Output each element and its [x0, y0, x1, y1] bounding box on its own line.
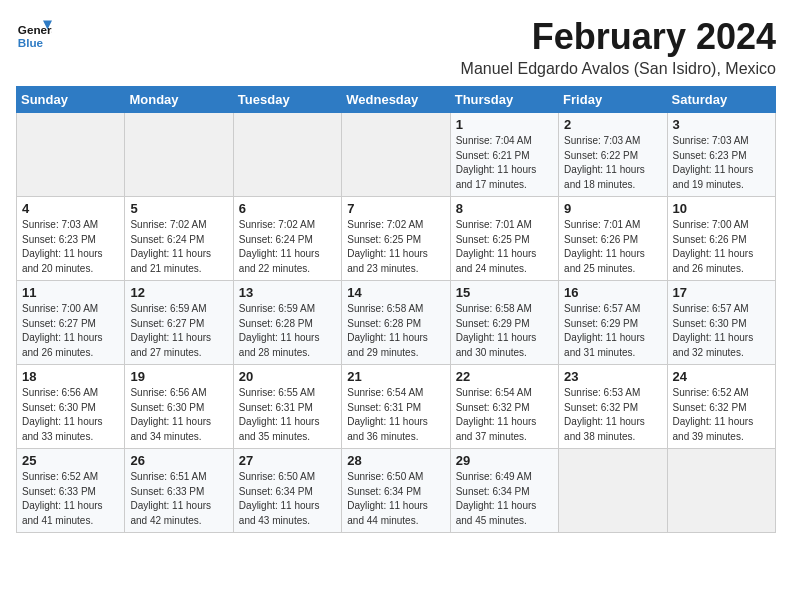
day-number: 24 [673, 369, 770, 384]
day-number: 12 [130, 285, 227, 300]
svg-text:Blue: Blue [18, 36, 44, 49]
day-number: 6 [239, 201, 336, 216]
calendar-cell: 2Sunrise: 7:03 AMSunset: 6:22 PMDaylight… [559, 113, 667, 197]
calendar-cell: 14Sunrise: 6:58 AMSunset: 6:28 PMDayligh… [342, 281, 450, 365]
day-number: 13 [239, 285, 336, 300]
day-number: 17 [673, 285, 770, 300]
calendar-header-row: SundayMondayTuesdayWednesdayThursdayFrid… [17, 87, 776, 113]
day-number: 3 [673, 117, 770, 132]
day-number: 15 [456, 285, 553, 300]
calendar-cell: 10Sunrise: 7:00 AMSunset: 6:26 PMDayligh… [667, 197, 775, 281]
day-number: 7 [347, 201, 444, 216]
day-number: 14 [347, 285, 444, 300]
calendar-cell: 9Sunrise: 7:01 AMSunset: 6:26 PMDaylight… [559, 197, 667, 281]
title-area: February 2024 Manuel Edgardo Avalos (San… [461, 16, 776, 78]
calendar-cell: 16Sunrise: 6:57 AMSunset: 6:29 PMDayligh… [559, 281, 667, 365]
day-info: Sunrise: 6:58 AMSunset: 6:28 PMDaylight:… [347, 302, 444, 360]
week-row-5: 25Sunrise: 6:52 AMSunset: 6:33 PMDayligh… [17, 449, 776, 533]
calendar-cell: 6Sunrise: 7:02 AMSunset: 6:24 PMDaylight… [233, 197, 341, 281]
day-info: Sunrise: 6:58 AMSunset: 6:29 PMDaylight:… [456, 302, 553, 360]
day-number: 21 [347, 369, 444, 384]
calendar-cell [342, 113, 450, 197]
day-info: Sunrise: 6:50 AMSunset: 6:34 PMDaylight:… [239, 470, 336, 528]
calendar-cell: 1Sunrise: 7:04 AMSunset: 6:21 PMDaylight… [450, 113, 558, 197]
day-number: 23 [564, 369, 661, 384]
logo-icon: General Blue [16, 16, 52, 52]
day-number: 4 [22, 201, 119, 216]
day-number: 1 [456, 117, 553, 132]
header-tuesday: Tuesday [233, 87, 341, 113]
header-wednesday: Wednesday [342, 87, 450, 113]
day-number: 16 [564, 285, 661, 300]
calendar-cell: 17Sunrise: 6:57 AMSunset: 6:30 PMDayligh… [667, 281, 775, 365]
calendar-cell [559, 449, 667, 533]
day-info: Sunrise: 6:56 AMSunset: 6:30 PMDaylight:… [22, 386, 119, 444]
day-info: Sunrise: 6:57 AMSunset: 6:29 PMDaylight:… [564, 302, 661, 360]
day-info: Sunrise: 6:59 AMSunset: 6:28 PMDaylight:… [239, 302, 336, 360]
day-info: Sunrise: 6:54 AMSunset: 6:31 PMDaylight:… [347, 386, 444, 444]
day-info: Sunrise: 7:00 AMSunset: 6:26 PMDaylight:… [673, 218, 770, 276]
calendar-cell [233, 113, 341, 197]
day-number: 29 [456, 453, 553, 468]
day-info: Sunrise: 7:03 AMSunset: 6:22 PMDaylight:… [564, 134, 661, 192]
day-info: Sunrise: 7:03 AMSunset: 6:23 PMDaylight:… [673, 134, 770, 192]
day-info: Sunrise: 7:01 AMSunset: 6:25 PMDaylight:… [456, 218, 553, 276]
day-number: 20 [239, 369, 336, 384]
week-row-3: 11Sunrise: 7:00 AMSunset: 6:27 PMDayligh… [17, 281, 776, 365]
calendar-cell: 21Sunrise: 6:54 AMSunset: 6:31 PMDayligh… [342, 365, 450, 449]
day-number: 25 [22, 453, 119, 468]
page-header: General Blue February 2024 Manuel Edgard… [16, 16, 776, 78]
calendar-cell: 29Sunrise: 6:49 AMSunset: 6:34 PMDayligh… [450, 449, 558, 533]
logo: General Blue [16, 16, 52, 52]
header-sunday: Sunday [17, 87, 125, 113]
day-number: 19 [130, 369, 227, 384]
day-info: Sunrise: 6:51 AMSunset: 6:33 PMDaylight:… [130, 470, 227, 528]
calendar-cell: 18Sunrise: 6:56 AMSunset: 6:30 PMDayligh… [17, 365, 125, 449]
day-info: Sunrise: 6:55 AMSunset: 6:31 PMDaylight:… [239, 386, 336, 444]
calendar-cell: 5Sunrise: 7:02 AMSunset: 6:24 PMDaylight… [125, 197, 233, 281]
day-number: 18 [22, 369, 119, 384]
calendar-cell: 3Sunrise: 7:03 AMSunset: 6:23 PMDaylight… [667, 113, 775, 197]
calendar-cell: 25Sunrise: 6:52 AMSunset: 6:33 PMDayligh… [17, 449, 125, 533]
day-info: Sunrise: 7:02 AMSunset: 6:24 PMDaylight:… [239, 218, 336, 276]
calendar-cell: 19Sunrise: 6:56 AMSunset: 6:30 PMDayligh… [125, 365, 233, 449]
header-friday: Friday [559, 87, 667, 113]
calendar-cell: 4Sunrise: 7:03 AMSunset: 6:23 PMDaylight… [17, 197, 125, 281]
day-number: 11 [22, 285, 119, 300]
day-info: Sunrise: 6:52 AMSunset: 6:32 PMDaylight:… [673, 386, 770, 444]
calendar-cell: 13Sunrise: 6:59 AMSunset: 6:28 PMDayligh… [233, 281, 341, 365]
calendar-cell: 24Sunrise: 6:52 AMSunset: 6:32 PMDayligh… [667, 365, 775, 449]
day-info: Sunrise: 7:02 AMSunset: 6:25 PMDaylight:… [347, 218, 444, 276]
calendar-cell [17, 113, 125, 197]
day-number: 8 [456, 201, 553, 216]
day-info: Sunrise: 7:00 AMSunset: 6:27 PMDaylight:… [22, 302, 119, 360]
day-number: 22 [456, 369, 553, 384]
day-info: Sunrise: 6:54 AMSunset: 6:32 PMDaylight:… [456, 386, 553, 444]
day-info: Sunrise: 6:52 AMSunset: 6:33 PMDaylight:… [22, 470, 119, 528]
day-number: 10 [673, 201, 770, 216]
calendar-cell: 23Sunrise: 6:53 AMSunset: 6:32 PMDayligh… [559, 365, 667, 449]
day-number: 27 [239, 453, 336, 468]
calendar-cell: 8Sunrise: 7:01 AMSunset: 6:25 PMDaylight… [450, 197, 558, 281]
day-info: Sunrise: 6:57 AMSunset: 6:30 PMDaylight:… [673, 302, 770, 360]
calendar-cell: 26Sunrise: 6:51 AMSunset: 6:33 PMDayligh… [125, 449, 233, 533]
calendar-cell: 11Sunrise: 7:00 AMSunset: 6:27 PMDayligh… [17, 281, 125, 365]
week-row-1: 1Sunrise: 7:04 AMSunset: 6:21 PMDaylight… [17, 113, 776, 197]
day-info: Sunrise: 6:50 AMSunset: 6:34 PMDaylight:… [347, 470, 444, 528]
day-number: 9 [564, 201, 661, 216]
week-row-4: 18Sunrise: 6:56 AMSunset: 6:30 PMDayligh… [17, 365, 776, 449]
day-number: 5 [130, 201, 227, 216]
calendar-cell: 15Sunrise: 6:58 AMSunset: 6:29 PMDayligh… [450, 281, 558, 365]
calendar-title: February 2024 [461, 16, 776, 58]
day-info: Sunrise: 6:56 AMSunset: 6:30 PMDaylight:… [130, 386, 227, 444]
calendar-cell: 27Sunrise: 6:50 AMSunset: 6:34 PMDayligh… [233, 449, 341, 533]
calendar-table: SundayMondayTuesdayWednesdayThursdayFrid… [16, 86, 776, 533]
day-info: Sunrise: 7:04 AMSunset: 6:21 PMDaylight:… [456, 134, 553, 192]
calendar-cell: 28Sunrise: 6:50 AMSunset: 6:34 PMDayligh… [342, 449, 450, 533]
day-info: Sunrise: 6:59 AMSunset: 6:27 PMDaylight:… [130, 302, 227, 360]
day-number: 28 [347, 453, 444, 468]
day-info: Sunrise: 6:53 AMSunset: 6:32 PMDaylight:… [564, 386, 661, 444]
calendar-cell: 7Sunrise: 7:02 AMSunset: 6:25 PMDaylight… [342, 197, 450, 281]
day-info: Sunrise: 6:49 AMSunset: 6:34 PMDaylight:… [456, 470, 553, 528]
calendar-cell [125, 113, 233, 197]
